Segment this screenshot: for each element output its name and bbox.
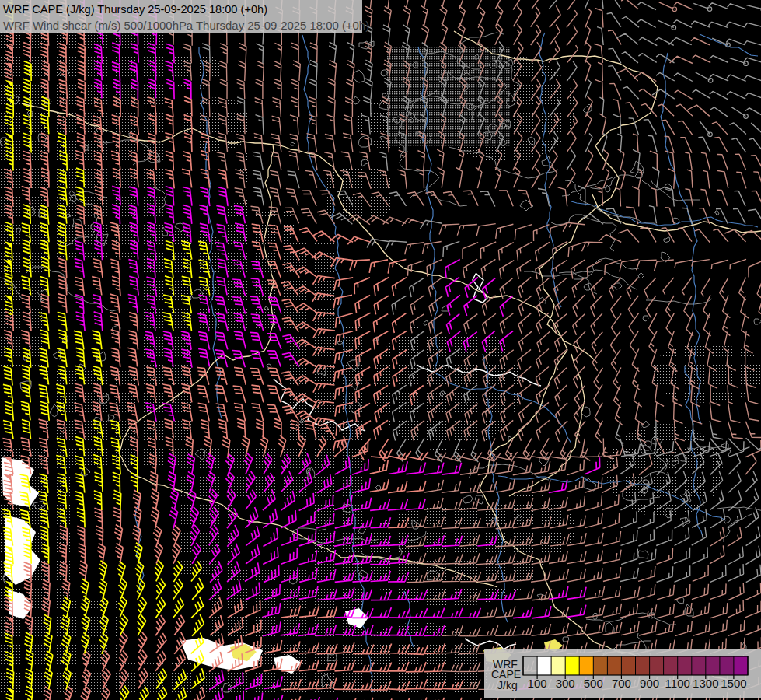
svg-text:500: 500	[584, 677, 603, 690]
svg-text:1100: 1100	[665, 677, 690, 690]
svg-text:100: 100	[528, 677, 547, 690]
svg-text:300: 300	[556, 677, 575, 690]
svg-text:1300: 1300	[693, 677, 718, 690]
svg-text:WRF Wind shear (m/s) 500/1000h: WRF Wind shear (m/s) 500/1000hPa Thursda…	[3, 19, 369, 32]
svg-text:900: 900	[640, 677, 659, 690]
svg-text:J/kg: J/kg	[497, 679, 518, 691]
svg-text:1500: 1500	[721, 677, 746, 690]
svg-text:WRF CAPE (J/kg) Thursday 25-09: WRF CAPE (J/kg) Thursday 25-09-2025 18:0…	[3, 3, 267, 16]
svg-text:700: 700	[612, 677, 631, 690]
